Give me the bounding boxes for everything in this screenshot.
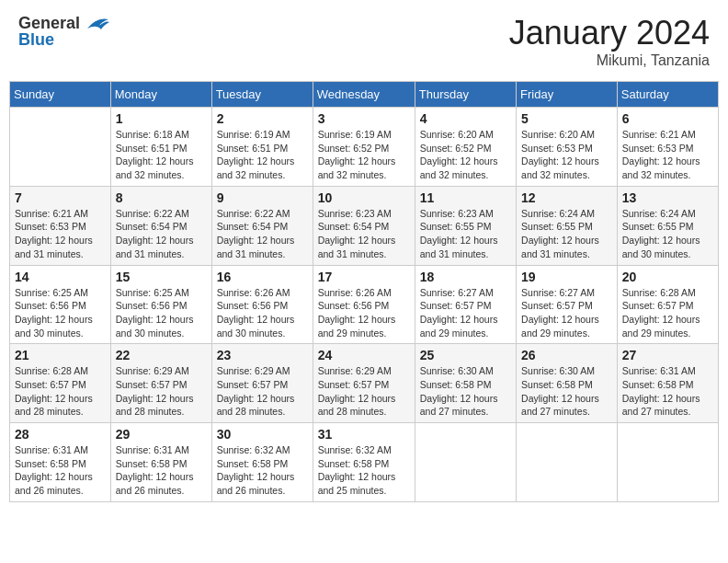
day-number: 2 (217, 111, 308, 126)
day-number: 10 (318, 190, 410, 205)
day-number: 5 (521, 111, 612, 126)
day-number: 17 (318, 270, 410, 284)
calendar-week-row: 1Sunrise: 6:18 AM Sunset: 6:51 PM Daylig… (10, 108, 719, 187)
calendar-cell: 4Sunrise: 6:20 AM Sunset: 6:52 PM Daylig… (415, 108, 516, 187)
calendar-cell: 17Sunrise: 6:26 AM Sunset: 6:56 PM Dayli… (313, 265, 415, 344)
calendar-header-sunday: Sunday (10, 82, 111, 108)
day-number: 19 (521, 270, 612, 284)
day-info: Sunrise: 6:23 AM Sunset: 6:55 PM Dayligh… (420, 207, 511, 261)
day-info: Sunrise: 6:27 AM Sunset: 6:57 PM Dayligh… (420, 286, 511, 340)
logo: General Blue (18, 14, 110, 50)
day-info: Sunrise: 6:26 AM Sunset: 6:56 PM Dayligh… (217, 286, 308, 340)
day-number: 14 (15, 270, 106, 284)
day-info: Sunrise: 6:29 AM Sunset: 6:57 PM Dayligh… (116, 364, 207, 419)
calendar-cell: 25Sunrise: 6:30 AM Sunset: 6:58 PM Dayli… (415, 344, 516, 423)
calendar-cell: 24Sunrise: 6:29 AM Sunset: 6:57 PM Dayli… (313, 344, 415, 423)
day-number: 24 (318, 348, 410, 362)
calendar-cell: 31Sunrise: 6:32 AM Sunset: 6:58 PM Dayli… (313, 423, 415, 502)
day-number: 1 (116, 111, 207, 126)
calendar-cell (617, 423, 718, 502)
day-info: Sunrise: 6:32 AM Sunset: 6:58 PM Dayligh… (318, 443, 410, 498)
calendar-cell (517, 423, 618, 502)
page-header: General Blue January 2024 Mikumi, Tanzan… (9, 9, 719, 74)
calendar-cell: 23Sunrise: 6:29 AM Sunset: 6:57 PM Dayli… (211, 344, 313, 423)
logo-blue-text: Blue (18, 30, 54, 50)
day-info: Sunrise: 6:31 AM Sunset: 6:58 PM Dayligh… (116, 443, 207, 498)
day-info: Sunrise: 6:24 AM Sunset: 6:55 PM Dayligh… (622, 207, 713, 261)
calendar-week-row: 28Sunrise: 6:31 AM Sunset: 6:58 PM Dayli… (10, 423, 719, 502)
calendar-header-row: SundayMondayTuesdayWednesdayThursdayFrid… (10, 82, 719, 108)
day-info: Sunrise: 6:30 AM Sunset: 6:58 PM Dayligh… (420, 364, 511, 419)
day-number: 18 (420, 270, 511, 284)
calendar-table: SundayMondayTuesdayWednesdayThursdayFrid… (9, 81, 719, 502)
calendar-cell (415, 423, 516, 502)
day-info: Sunrise: 6:31 AM Sunset: 6:58 PM Dayligh… (622, 364, 713, 419)
day-number: 30 (217, 427, 308, 442)
day-number: 7 (15, 190, 106, 205)
calendar-header-friday: Friday (517, 82, 618, 108)
day-info: Sunrise: 6:22 AM Sunset: 6:54 PM Dayligh… (217, 207, 308, 261)
calendar-cell: 7Sunrise: 6:21 AM Sunset: 6:53 PM Daylig… (10, 186, 111, 265)
day-info: Sunrise: 6:21 AM Sunset: 6:53 PM Dayligh… (622, 128, 713, 182)
calendar-header-tuesday: Tuesday (211, 82, 313, 108)
logo-bird-icon (83, 15, 110, 33)
calendar-cell: 12Sunrise: 6:24 AM Sunset: 6:55 PM Dayli… (517, 186, 618, 265)
calendar-cell: 30Sunrise: 6:32 AM Sunset: 6:58 PM Dayli… (211, 423, 313, 502)
month-title: January 2024 (509, 14, 710, 52)
day-number: 15 (116, 270, 207, 284)
day-info: Sunrise: 6:31 AM Sunset: 6:58 PM Dayligh… (15, 443, 106, 498)
calendar-cell: 20Sunrise: 6:28 AM Sunset: 6:57 PM Dayli… (617, 265, 718, 344)
calendar-cell: 13Sunrise: 6:24 AM Sunset: 6:55 PM Dayli… (617, 186, 718, 265)
day-number: 13 (622, 190, 713, 205)
calendar-cell: 6Sunrise: 6:21 AM Sunset: 6:53 PM Daylig… (617, 108, 718, 187)
day-number: 4 (420, 111, 511, 126)
day-number: 23 (217, 348, 308, 362)
day-info: Sunrise: 6:20 AM Sunset: 6:52 PM Dayligh… (420, 128, 511, 182)
day-info: Sunrise: 6:22 AM Sunset: 6:54 PM Dayligh… (116, 207, 207, 261)
day-number: 16 (217, 270, 308, 284)
calendar-cell: 9Sunrise: 6:22 AM Sunset: 6:54 PM Daylig… (211, 186, 313, 265)
calendar-week-row: 21Sunrise: 6:28 AM Sunset: 6:57 PM Dayli… (10, 344, 719, 423)
day-info: Sunrise: 6:19 AM Sunset: 6:52 PM Dayligh… (318, 128, 410, 182)
calendar-cell: 11Sunrise: 6:23 AM Sunset: 6:55 PM Dayli… (415, 186, 516, 265)
calendar-cell: 22Sunrise: 6:29 AM Sunset: 6:57 PM Dayli… (110, 344, 211, 423)
calendar-cell: 29Sunrise: 6:31 AM Sunset: 6:58 PM Dayli… (110, 423, 211, 502)
calendar-week-row: 7Sunrise: 6:21 AM Sunset: 6:53 PM Daylig… (10, 186, 719, 265)
calendar-cell: 21Sunrise: 6:28 AM Sunset: 6:57 PM Dayli… (10, 344, 111, 423)
calendar-header-saturday: Saturday (617, 82, 718, 108)
day-number: 12 (521, 190, 612, 205)
calendar-cell: 8Sunrise: 6:22 AM Sunset: 6:54 PM Daylig… (110, 186, 211, 265)
day-info: Sunrise: 6:28 AM Sunset: 6:57 PM Dayligh… (622, 286, 713, 340)
location-title: Mikumi, Tanzania (509, 52, 710, 69)
calendar-header-thursday: Thursday (415, 82, 516, 108)
day-number: 20 (622, 270, 713, 284)
day-info: Sunrise: 6:21 AM Sunset: 6:53 PM Dayligh… (15, 207, 106, 261)
day-number: 9 (217, 190, 308, 205)
day-info: Sunrise: 6:29 AM Sunset: 6:57 PM Dayligh… (217, 364, 308, 419)
calendar-cell: 3Sunrise: 6:19 AM Sunset: 6:52 PM Daylig… (313, 108, 415, 187)
calendar-week-row: 14Sunrise: 6:25 AM Sunset: 6:56 PM Dayli… (10, 265, 719, 344)
day-info: Sunrise: 6:25 AM Sunset: 6:56 PM Dayligh… (15, 286, 106, 340)
day-number: 22 (116, 348, 207, 362)
day-number: 31 (318, 427, 410, 442)
day-info: Sunrise: 6:24 AM Sunset: 6:55 PM Dayligh… (521, 207, 612, 261)
day-number: 27 (622, 348, 713, 362)
day-number: 3 (318, 111, 410, 126)
calendar-cell: 5Sunrise: 6:20 AM Sunset: 6:53 PM Daylig… (517, 108, 618, 187)
calendar-header-wednesday: Wednesday (313, 82, 415, 108)
day-info: Sunrise: 6:28 AM Sunset: 6:57 PM Dayligh… (15, 364, 106, 419)
day-number: 26 (521, 348, 612, 362)
calendar-cell: 18Sunrise: 6:27 AM Sunset: 6:57 PM Dayli… (415, 265, 516, 344)
day-number: 28 (15, 427, 106, 442)
calendar-cell: 2Sunrise: 6:19 AM Sunset: 6:51 PM Daylig… (211, 108, 313, 187)
day-number: 8 (116, 190, 207, 205)
day-number: 25 (420, 348, 511, 362)
calendar-cell: 27Sunrise: 6:31 AM Sunset: 6:58 PM Dayli… (617, 344, 718, 423)
calendar-cell: 28Sunrise: 6:31 AM Sunset: 6:58 PM Dayli… (10, 423, 111, 502)
day-info: Sunrise: 6:20 AM Sunset: 6:53 PM Dayligh… (521, 128, 612, 182)
calendar-cell: 15Sunrise: 6:25 AM Sunset: 6:56 PM Dayli… (110, 265, 211, 344)
day-info: Sunrise: 6:26 AM Sunset: 6:56 PM Dayligh… (318, 286, 410, 340)
day-number: 6 (622, 111, 713, 126)
day-info: Sunrise: 6:18 AM Sunset: 6:51 PM Dayligh… (116, 128, 207, 182)
day-info: Sunrise: 6:19 AM Sunset: 6:51 PM Dayligh… (217, 128, 308, 182)
